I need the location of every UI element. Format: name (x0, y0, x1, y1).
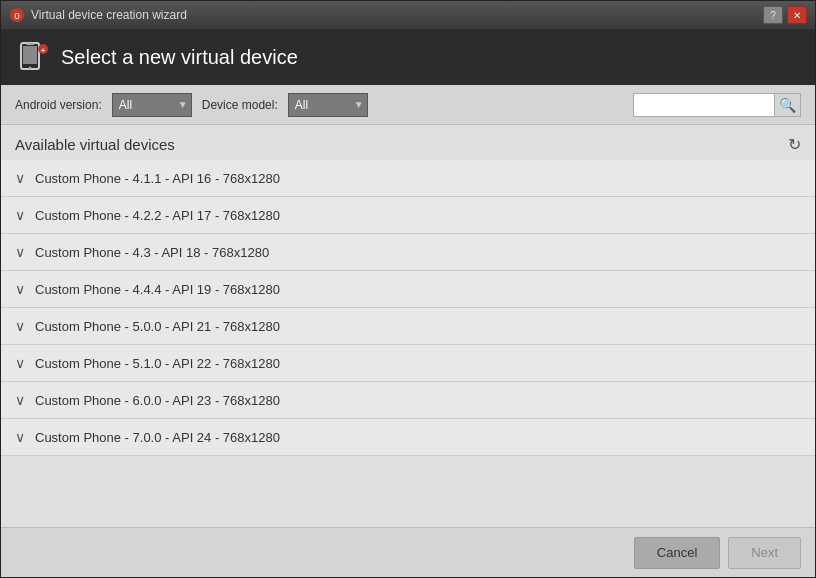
help-button[interactable]: ? (763, 6, 783, 24)
cancel-button[interactable]: Cancel (634, 537, 720, 569)
android-version-label: Android version: (15, 98, 102, 112)
svg-text:+: + (41, 46, 46, 55)
device-name: Custom Phone - 4.2.2 - API 17 - 768x1280 (35, 208, 280, 223)
close-button[interactable]: ✕ (787, 6, 807, 24)
android-version-select-wrapper: All 4.1 4.2 4.3 4.4 5.0 5.1 6.0 7.0 ▼ (112, 93, 192, 117)
svg-rect-3 (23, 46, 37, 64)
list-item[interactable]: ∨ Custom Phone - 4.1.1 - API 16 - 768x12… (1, 160, 815, 197)
device-list: ∨ Custom Phone - 4.1.1 - API 16 - 768x12… (1, 160, 815, 456)
next-button[interactable]: Next (728, 537, 801, 569)
footer: Cancel Next (1, 527, 815, 577)
header-bar: + Select a new virtual device (1, 29, 815, 85)
device-model-select[interactable]: All Nexus Pixel Custom (288, 93, 368, 117)
list-item[interactable]: ∨ Custom Phone - 5.1.0 - API 22 - 768x12… (1, 345, 815, 382)
chevron-icon: ∨ (15, 392, 25, 408)
search-input[interactable] (634, 94, 774, 116)
section-title: Available virtual devices (15, 136, 175, 153)
svg-text:o: o (14, 10, 20, 21)
device-name: Custom Phone - 4.3 - API 18 - 768x1280 (35, 245, 269, 260)
device-name: Custom Phone - 7.0.0 - API 24 - 768x1280 (35, 430, 280, 445)
chevron-icon: ∨ (15, 318, 25, 334)
device-name: Custom Phone - 5.1.0 - API 22 - 768x1280 (35, 356, 280, 371)
chevron-icon: ∨ (15, 429, 25, 445)
title-bar: o Virtual device creation wizard ? ✕ (1, 1, 815, 29)
search-button[interactable]: 🔍 (774, 94, 800, 116)
device-model-select-wrapper: All Nexus Pixel Custom ▼ (288, 93, 368, 117)
device-name: Custom Phone - 4.4.4 - API 19 - 768x1280 (35, 282, 280, 297)
app-icon: o (9, 7, 25, 23)
android-version-select[interactable]: All 4.1 4.2 4.3 4.4 5.0 5.1 6.0 7.0 (112, 93, 192, 117)
svg-rect-5 (26, 43, 34, 45)
list-item[interactable]: ∨ Custom Phone - 6.0.0 - API 23 - 768x12… (1, 382, 815, 419)
list-item[interactable]: ∨ Custom Phone - 4.4.4 - API 19 - 768x12… (1, 271, 815, 308)
chevron-icon: ∨ (15, 244, 25, 260)
chevron-icon: ∨ (15, 355, 25, 371)
toolbar: Android version: All 4.1 4.2 4.3 4.4 5.0… (1, 85, 815, 125)
refresh-icon[interactable]: ↻ (788, 135, 801, 154)
list-item[interactable]: ∨ Custom Phone - 4.3 - API 18 - 768x1280 (1, 234, 815, 271)
device-name: Custom Phone - 4.1.1 - API 16 - 768x1280 (35, 171, 280, 186)
header-title: Select a new virtual device (61, 46, 298, 69)
search-wrapper: 🔍 (633, 93, 801, 117)
window-title: Virtual device creation wizard (31, 8, 757, 22)
chevron-icon: ∨ (15, 207, 25, 223)
device-model-label: Device model: (202, 98, 278, 112)
device-icon: + (17, 41, 49, 73)
chevron-icon: ∨ (15, 281, 25, 297)
device-list-container: ∨ Custom Phone - 4.1.1 - API 16 - 768x12… (1, 160, 815, 527)
chevron-icon: ∨ (15, 170, 25, 186)
list-item[interactable]: ∨ Custom Phone - 7.0.0 - API 24 - 768x12… (1, 419, 815, 456)
list-item[interactable]: ∨ Custom Phone - 4.2.2 - API 17 - 768x12… (1, 197, 815, 234)
device-name: Custom Phone - 5.0.0 - API 21 - 768x1280 (35, 319, 280, 334)
list-item[interactable]: ∨ Custom Phone - 5.0.0 - API 21 - 768x12… (1, 308, 815, 345)
section-header: Available virtual devices ↻ (1, 125, 815, 160)
content-area: Available virtual devices ↻ ∨ Custom Pho… (1, 125, 815, 527)
svg-point-4 (29, 67, 32, 70)
main-window: o Virtual device creation wizard ? ✕ + S… (0, 0, 816, 578)
device-name: Custom Phone - 6.0.0 - API 23 - 768x1280 (35, 393, 280, 408)
title-bar-buttons: ? ✕ (763, 6, 807, 24)
